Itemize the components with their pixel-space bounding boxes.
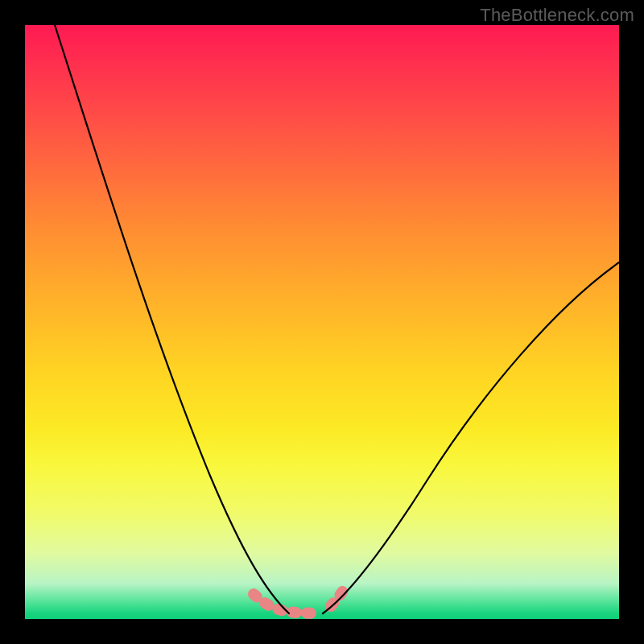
- chart-frame: TheBottleneck.com: [0, 0, 644, 644]
- right-curve: [323, 262, 619, 613]
- watermark-text: TheBottleneck.com: [480, 5, 634, 26]
- left-curve: [55, 25, 289, 613]
- chart-svg: [25, 25, 619, 619]
- chart-plot-area: [25, 25, 619, 619]
